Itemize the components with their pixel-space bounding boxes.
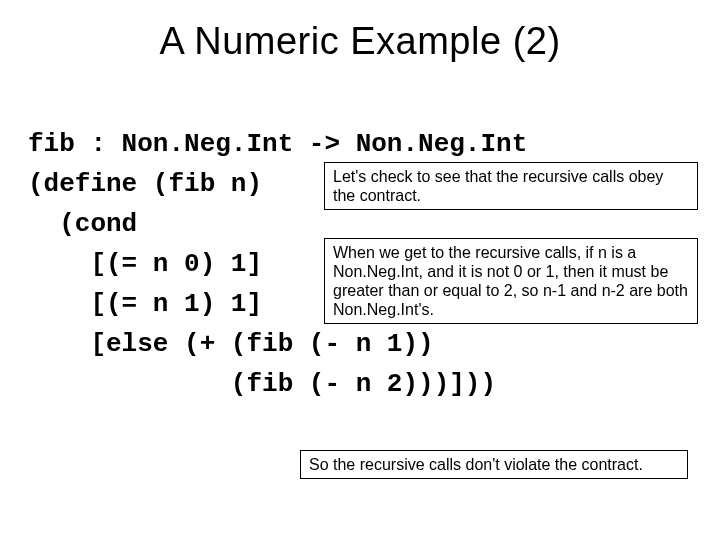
code-line-4: [(= n 0) 1] (28, 249, 262, 279)
code-line-2: (define (fib n) (28, 169, 262, 199)
code-line-1: fib : Non.Neg.Int -> Non.Neg.Int (28, 129, 527, 159)
code-line-7: (fib (- n 2)))])) (28, 369, 496, 399)
slide-title: A Numeric Example (2) (0, 20, 720, 63)
code-line-3: (cond (28, 209, 137, 239)
code-line-5: [(= n 1) 1] (28, 289, 262, 319)
slide: A Numeric Example (2) fib : Non.Neg.Int … (0, 0, 720, 540)
code-line-6: [else (+ (fib (- n 1)) (28, 329, 434, 359)
callout-conclusion: So the recursive calls don't violate the… (300, 450, 688, 479)
callout-check-contract: Let's check to see that the recursive ca… (324, 162, 698, 210)
callout-recursive-explanation: When we get to the recursive calls, if n… (324, 238, 698, 324)
